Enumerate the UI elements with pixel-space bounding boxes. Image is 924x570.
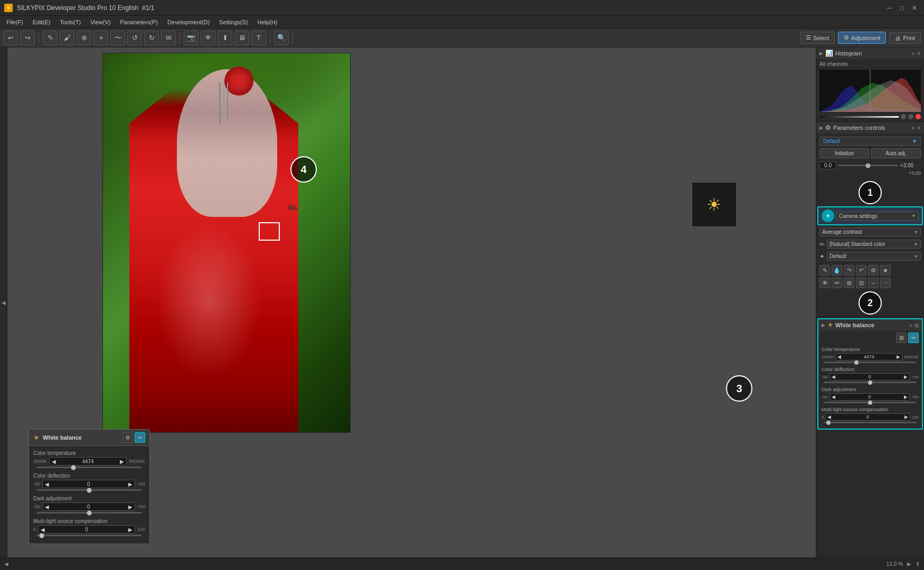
- params-close[interactable]: ✕: [917, 125, 921, 131]
- wb-panel-defl-min: -50: [822, 375, 828, 379]
- wb-panel-multi-slider-wrap[interactable]: [822, 421, 919, 424]
- color-deflection-thumb[interactable]: [87, 488, 92, 492]
- toolbar-text[interactable]: T: [251, 31, 266, 45]
- wb-panel-color-temp-controls: 2000K ◀ 4474 ▶ 90000K: [822, 353, 919, 360]
- circle-1-marker: 1: [859, 181, 882, 204]
- wb-panel-ct-slider-wrap[interactable]: [822, 360, 919, 364]
- histogram-close[interactable]: ✕: [917, 51, 921, 56]
- color-temp-label: Color temperature: [33, 450, 145, 456]
- toolbar-stamp[interactable]: ⊕: [77, 31, 91, 45]
- menu-tools[interactable]: Tools(T): [55, 18, 85, 26]
- natural-standard-dropdown[interactable]: [Natural] Standard color ▼: [827, 240, 921, 249]
- menu-help[interactable]: Help(H): [253, 18, 282, 26]
- wb-panel-defl-thumb[interactable]: [868, 381, 872, 385]
- wb-tool-1[interactable]: ⊞: [896, 332, 907, 343]
- tool-dropper1[interactable]: 💧: [832, 265, 842, 276]
- tool-paste[interactable]: ⊟: [856, 278, 866, 288]
- toolbar-search[interactable]: 🔍: [274, 31, 289, 45]
- parameters-section: ▶ ⚙ Parameters controls ≡ ✕ Default ▼ In…: [816, 122, 924, 317]
- toolbar-eye[interactable]: 👁: [201, 31, 215, 45]
- toolbar-export[interactable]: ⬆: [218, 31, 232, 45]
- tool-extra[interactable]: ⋯: [880, 278, 891, 288]
- wb-panel-expand[interactable]: ≡: [909, 322, 912, 328]
- color-temp-thumb[interactable]: [71, 465, 76, 470]
- toolbar-monitor[interactable]: 🖥: [234, 31, 249, 45]
- status-right-arrow[interactable]: ▶: [907, 561, 911, 567]
- toolbar-lasso[interactable]: ⌖: [93, 31, 108, 45]
- tool-star[interactable]: ★: [880, 265, 891, 276]
- default-dropdown[interactable]: Default ▼: [819, 137, 921, 146]
- auto-adj-button[interactable]: Auto adj.: [871, 148, 921, 158]
- dark-adj-slider-wrap[interactable]: [33, 511, 145, 515]
- multi-light-slider-wrap[interactable]: [33, 534, 145, 537]
- default2-dropdown[interactable]: Default ▼: [827, 252, 921, 261]
- wb-panel-defl-input[interactable]: ◀ 0 ▶: [829, 373, 910, 381]
- toolbar-redo[interactable]: ↪: [20, 31, 35, 45]
- wb-panel-arrow[interactable]: ▶: [822, 322, 825, 328]
- histogram-pointer-dot[interactable]: [908, 114, 913, 119]
- exposure-slider[interactable]: [838, 162, 898, 169]
- multi-light-value: 0: [45, 527, 128, 533]
- toolbar-mail[interactable]: ✉: [161, 31, 176, 45]
- dark-adj-thumb[interactable]: [87, 510, 92, 515]
- wb-panel-multi-thumb[interactable]: [826, 421, 831, 425]
- wb-panel-ct-thumb[interactable]: [854, 360, 859, 365]
- close-button[interactable]: ✕: [909, 3, 920, 13]
- wb-tool-dropper[interactable]: ✏: [908, 332, 919, 343]
- tool-rotate-cw[interactable]: ↷: [844, 265, 854, 276]
- wb-popup-settings-btn[interactable]: ⚙: [122, 432, 133, 443]
- color-temp-slider-wrap[interactable]: [33, 466, 145, 469]
- wb-panel-defl-slider-wrap[interactable]: [822, 381, 919, 384]
- wb-popup-dropper-btn[interactable]: ✏: [135, 432, 145, 443]
- menu-edit[interactable]: Edit(E): [29, 18, 55, 26]
- toolbar-camera[interactable]: 📷: [184, 31, 199, 45]
- wb-panel-dark-thumb[interactable]: [868, 401, 872, 405]
- tool-copy[interactable]: ⊞: [844, 278, 854, 288]
- params-expand[interactable]: ≡: [911, 125, 914, 131]
- menu-view[interactable]: View(V): [86, 18, 115, 26]
- params-arrow[interactable]: ▶: [819, 125, 823, 130]
- tool-dropper2[interactable]: ✏: [832, 278, 842, 288]
- wb-panel-settings[interactable]: ⊞: [914, 322, 919, 328]
- minimize-button[interactable]: ─: [884, 3, 894, 13]
- maximize-button[interactable]: □: [897, 3, 907, 13]
- wb-panel-multi-input[interactable]: ◀ 0 ▶: [825, 413, 910, 421]
- histogram-expand[interactable]: ≡: [911, 51, 914, 56]
- wb-panel-dark-adj: Dark adjustment -50 ◀ 0 ▶ +50: [822, 387, 919, 404]
- adjustment-button[interactable]: ⚙ Adjustment: [838, 32, 886, 44]
- wb-panel-dark-input[interactable]: ◀ 0 ▶: [829, 393, 910, 401]
- menu-parameters[interactable]: Parameters(P): [116, 18, 162, 26]
- tool-flip[interactable]: ↔: [868, 278, 879, 288]
- toolbar-rotate-l[interactable]: ↺: [127, 31, 142, 45]
- menu-settings[interactable]: Settings(S): [215, 18, 252, 26]
- histogram-channel-left-dot[interactable]: [901, 114, 906, 119]
- tool-eye[interactable]: 👁: [819, 278, 830, 288]
- menu-development[interactable]: Development(D): [163, 18, 214, 26]
- tool-rotate-ccw[interactable]: ↶: [856, 265, 866, 276]
- status-left-arrow[interactable]: ◀: [4, 561, 8, 567]
- toolbar-paint[interactable]: 🖌: [60, 31, 74, 45]
- menu-file[interactable]: File(F): [2, 18, 27, 26]
- camera-settings-dropdown[interactable]: Camera settings ▼: [836, 212, 919, 221]
- toolbar-undo[interactable]: ↩: [3, 31, 18, 45]
- left-collapse-tab[interactable]: ◀: [0, 48, 7, 557]
- print-button[interactable]: 🖨 Print: [889, 32, 921, 44]
- average-contrast-dropdown[interactable]: Average contrast ▼: [819, 227, 921, 236]
- histogram-red-dot[interactable]: [916, 114, 921, 119]
- tool-pencil[interactable]: ✎: [819, 265, 830, 276]
- exposure-thumb[interactable]: [866, 163, 871, 168]
- wb-panel-dark-slider-wrap[interactable]: [822, 401, 919, 404]
- histogram-arrow[interactable]: ▶: [819, 51, 823, 56]
- toolbar-brush[interactable]: ✎: [43, 31, 58, 45]
- select-button[interactable]: ☰ Select: [800, 32, 835, 44]
- toolbar-wave[interactable]: 〜: [110, 31, 125, 45]
- wb-panel-ct-input[interactable]: ◀ 4474 ▶: [835, 353, 902, 360]
- multi-light-thumb[interactable]: [40, 533, 44, 538]
- color-deflection-slider-wrap[interactable]: [33, 488, 145, 492]
- default2-icon: ✦: [819, 253, 825, 260]
- status-expand[interactable]: ⬆: [916, 561, 920, 567]
- toolbar-rotate-r[interactable]: ↻: [144, 31, 159, 45]
- initialize-button[interactable]: Initialize: [819, 148, 869, 158]
- exposure-extra-btn[interactable]: ⋯: [916, 163, 921, 168]
- tool-gear[interactable]: ⚙: [868, 265, 879, 276]
